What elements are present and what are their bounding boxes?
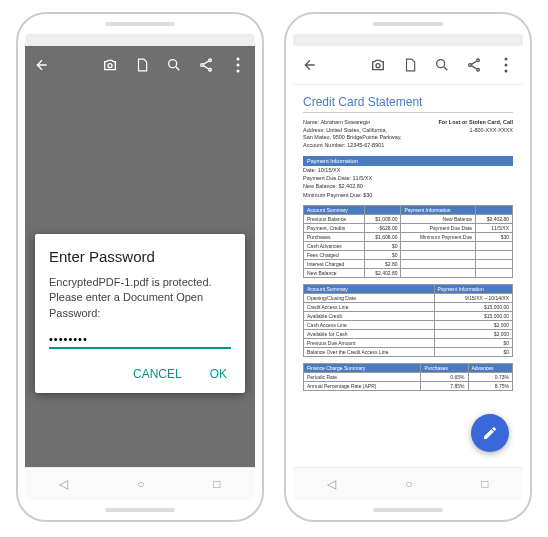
cell: Available Credit [304,311,435,320]
pdf-document[interactable]: Credit Card Statement Name: Abraham Swea… [293,85,523,467]
ok-button[interactable]: OK [206,361,231,387]
svg-point-0 [108,64,112,68]
nav-home-icon[interactable]: ○ [137,477,144,491]
svg-point-12 [477,68,480,71]
nav-recent-icon[interactable]: □ [213,477,220,491]
table-row: Periodic Rate0.65%0.73% [304,372,513,381]
camera-icon[interactable] [369,56,387,74]
camera-icon[interactable] [101,56,119,74]
screen-left: Enter Password EncryptedPDF-1.pdf is pro… [25,34,255,500]
nav-recent-icon[interactable]: □ [481,477,488,491]
cell: Periodic Rate [304,372,421,381]
nav-home-icon[interactable]: ○ [405,477,412,491]
svg-point-8 [376,64,380,68]
cell: Minimum Payment Due [401,232,476,241]
dialog-actions: CANCEL OK [49,361,231,387]
cell: Purchases [304,232,365,241]
more-icon[interactable] [229,56,247,74]
search-icon[interactable] [433,56,451,74]
android-navbar: ◁ ○ □ [25,467,255,500]
cell: 9/15/XX – 10/14/XX [434,293,512,302]
cancel-button[interactable]: CANCEL [129,361,186,387]
th: Payment Information [401,205,476,214]
document-icon[interactable] [401,56,419,74]
password-input[interactable] [49,331,231,349]
cell: New Balance [304,268,365,277]
table-row: Interest Charged$2.80 [304,259,513,268]
cell: Balance Over the Credit Access Line [304,347,435,356]
th [364,205,401,214]
table-row: Balance Over the Credit Access Line$0 [304,347,513,356]
more-icon[interactable] [497,56,515,74]
share-icon[interactable] [465,56,483,74]
cell: $0 [364,241,401,250]
table-row: Available Credit$15,000.00 [304,311,513,320]
svg-point-10 [477,59,480,62]
svg-point-11 [469,64,472,67]
speaker [105,22,175,26]
svg-point-15 [505,70,508,73]
svg-point-6 [237,64,240,67]
cell: 11/5/XX [476,223,513,232]
table-row: Available for Cash$2,000 [304,329,513,338]
status-bar [293,34,523,46]
pi-date: Date: 10/15/XX [303,166,513,174]
cell: Available for Cash [304,329,435,338]
table-row: Previous Balance$1,008.00New Balance$2,4… [304,214,513,223]
svg-point-3 [201,64,204,67]
svg-point-13 [505,58,508,61]
doc-title: Credit Card Statement [303,95,513,109]
search-icon[interactable] [165,56,183,74]
cell: New Balance [401,214,476,223]
section-payment-info: Payment Information [303,156,513,166]
hdr-name: Name: Abraham Swearegin [303,119,402,127]
document-icon[interactable] [133,56,151,74]
speaker [373,22,443,26]
doc-header: Name: Abraham Swearegin Address: United … [303,119,513,150]
svg-point-7 [237,70,240,73]
table-row: Cash Advances$0 [304,241,513,250]
back-icon[interactable] [33,56,51,74]
hdr-lost-phone: 1-800-XXX-XXXX [438,127,513,135]
cell [401,241,476,250]
edit-fab[interactable] [471,414,509,452]
pi-due: Payment Due Date: 11/5/XX [303,174,513,182]
cell [476,250,513,259]
cell: $2,000 [434,329,512,338]
cell [401,259,476,268]
payment-info-block: Date: 10/15/XX Payment Due Date: 11/5/XX… [303,166,513,199]
cell: $1,608.00 [364,232,401,241]
cell: Annual Percentage Rate (APR) [304,381,421,390]
nav-back-icon[interactable]: ◁ [327,477,336,491]
th: Purchases [421,363,468,372]
cell: $15,000.00 [434,311,512,320]
status-bar [25,34,255,46]
table-row: Payment, Credits-$628.00Payment Due Date… [304,223,513,232]
divider [303,112,513,113]
phone-right: Credit Card Statement Name: Abraham Swea… [284,12,532,522]
table-row: Cash Access Line$2,000 [304,320,513,329]
cell: Opening/Closing Date [304,293,435,302]
cell [476,241,513,250]
screen-right: Credit Card Statement Name: Abraham Swea… [293,34,523,500]
table-row: Credit Access Line$15,000.00 [304,302,513,311]
cell [401,268,476,277]
cell: Fees Charged [304,250,365,259]
finance-table: Finance Charge Summary Purchases Advance… [303,363,513,391]
back-icon[interactable] [301,56,319,74]
cell: $0 [434,338,512,347]
cell: 0.65% [421,372,468,381]
table-row: Previous Due Amount$0 [304,338,513,347]
cell: Credit Access Line [304,302,435,311]
cell: $1,008.00 [364,214,401,223]
table-row: Annual Percentage Rate (APR)7.85%8.75% [304,381,513,390]
svg-point-2 [209,59,212,62]
hdr-acct: Account Number: 12345-67-8901 [303,142,402,150]
nav-back-icon[interactable]: ◁ [59,477,68,491]
cell: -$628.00 [364,223,401,232]
speaker [105,508,175,512]
share-icon[interactable] [197,56,215,74]
cell: Previous Balance [304,214,365,223]
dialog-message: EncryptedPDF-1.pdf is protected. Please … [49,275,231,321]
cell: $2.80 [364,259,401,268]
